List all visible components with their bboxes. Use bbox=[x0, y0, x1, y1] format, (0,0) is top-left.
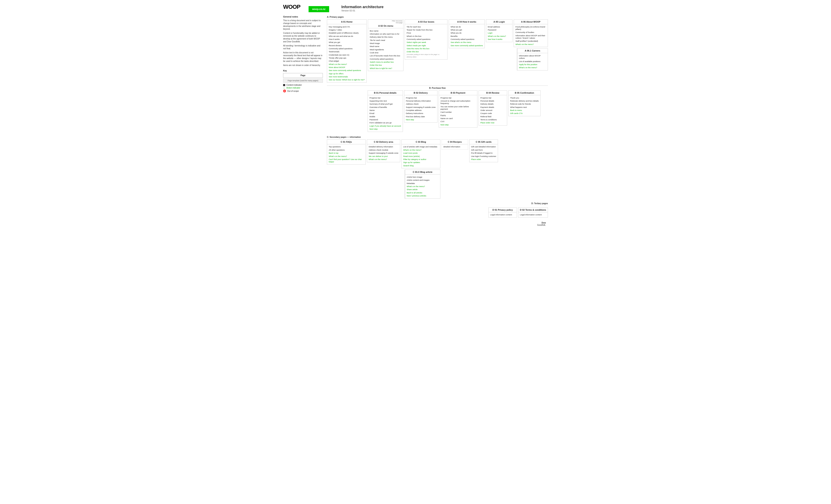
list-item: Meal image bbox=[370, 42, 402, 45]
list-item: What we do bbox=[451, 25, 483, 28]
page-card-c02-body: Detailed delivery information Address ch… bbox=[367, 144, 400, 162]
list-item: Chat widget bbox=[329, 60, 365, 63]
woop-url-button[interactable]: woop.co.nz bbox=[309, 6, 329, 12]
list-item: Supporting intro text bbox=[370, 99, 401, 102]
list-item: Community of foodies bbox=[516, 31, 546, 34]
list-item: Imagery / video bbox=[329, 28, 365, 31]
secondary-pages-area: C: Secondary pages — information C 01 FA… bbox=[327, 136, 548, 199]
list-item: Tile for each box bbox=[406, 25, 446, 28]
list-item: Back to menu bbox=[510, 109, 539, 112]
page-card-b02-header: B 02 Delivery bbox=[404, 91, 437, 95]
page-card-a06-body: Food philosophy (re-enforce brand pillar… bbox=[514, 24, 548, 47]
list-item: Establish point of difference clearly bbox=[329, 32, 365, 35]
list-item: Password bbox=[370, 118, 401, 121]
page-card-a05: A 05 Login Email address Password Login … bbox=[486, 19, 512, 42]
list-item: All other questions bbox=[329, 148, 364, 151]
list-item: See what's on the menu bbox=[451, 41, 483, 44]
page-card-c03x-body: Article hero image Article content and i… bbox=[405, 174, 440, 198]
list-item: Expiry bbox=[440, 114, 476, 117]
list-item: Support messaging if outside zone bbox=[369, 152, 398, 155]
page-card-d01: D 01 Privacy policy Legal information co… bbox=[488, 207, 517, 217]
list-item: List of available positions bbox=[519, 60, 546, 63]
list-item: Delivery details bbox=[481, 102, 505, 106]
list-item: Apply for this position bbox=[519, 63, 546, 66]
page-card-c05: C 05 Gift cards Gift card detailed infor… bbox=[469, 140, 498, 162]
list-item: Which box is right for me? bbox=[370, 67, 402, 70]
page-version: Version 02-01 bbox=[341, 9, 383, 12]
page-card-a02-header: A 02 On menu bbox=[368, 24, 403, 28]
list-item: Order this box bbox=[370, 64, 402, 67]
page-card-a061-header: A 06.1 Careers bbox=[517, 49, 548, 53]
list-item: Teaser for meals from this box bbox=[406, 28, 446, 31]
page-card-c03x-header: C 03.X Blog article bbox=[405, 170, 440, 174]
list-item: Use login if existing customer bbox=[471, 155, 496, 158]
list-item: Amount to charge and subscription freque… bbox=[440, 99, 476, 105]
page-card-c03-header: C 03 Blog bbox=[402, 140, 440, 144]
list-item: Search blog bbox=[403, 164, 438, 167]
list-item: Box name bbox=[370, 29, 402, 32]
list-item: What's on the menu? bbox=[369, 158, 398, 161]
page-card-c01: C 01 FAQs Top questions All other questi… bbox=[327, 140, 366, 165]
page-card-b04-header: B 04 Review bbox=[479, 91, 507, 95]
page-card-a01-header: A 01 Home bbox=[327, 20, 366, 24]
list-item: Form validation as you go bbox=[370, 121, 401, 124]
list-item: Address check module bbox=[369, 148, 398, 151]
list-item: Testimonials bbox=[329, 50, 365, 53]
list-item: Place order now bbox=[481, 121, 505, 124]
list-item: Gift card form bbox=[471, 148, 496, 151]
list-item: Commonly asked questions bbox=[329, 47, 365, 50]
page-card-b02-body: Progress bar Personal delivery informati… bbox=[404, 95, 437, 122]
list-item: Referral field bbox=[481, 115, 505, 118]
list-item: Legal information content bbox=[520, 213, 546, 216]
page-card-c01-header: C 01 FAQs bbox=[327, 140, 365, 144]
section-a-label: A: Primary pages bbox=[327, 16, 548, 18]
page-card-d02-header: D 02 Terms & conditions bbox=[518, 208, 548, 212]
list-item: What's in the box bbox=[406, 35, 446, 38]
list-item: What you do bbox=[451, 32, 483, 35]
list-item: Order amount bbox=[481, 109, 505, 112]
list-item: Delivery instructions bbox=[406, 112, 436, 115]
list-item: detailed information bbox=[443, 145, 466, 148]
list-item: Cook time bbox=[370, 51, 402, 54]
list-item: Sign up for updates bbox=[403, 161, 438, 164]
list-item: Meal name bbox=[370, 45, 402, 48]
page-card-b03-header: B 03 Payment bbox=[439, 91, 477, 95]
page-card-c05-header: C 05 Gift cards bbox=[469, 140, 498, 144]
out-of-scope-icon: R bbox=[283, 90, 286, 92]
list-item: Who we are and what we do bbox=[329, 35, 365, 38]
list-item: See how it works bbox=[488, 38, 511, 41]
page-card-a01-body: Key messaging and CTA Imagery / video Es… bbox=[327, 24, 366, 83]
list-item: Metadata bbox=[407, 182, 438, 185]
page-card-c03x: C 03.X Blog article Article hero image A… bbox=[405, 170, 440, 199]
list-item: Filter by category or author bbox=[403, 158, 438, 161]
list-item: Staff profiles? (undecided) bbox=[516, 40, 546, 43]
note-3: All wording / terminology is indicative … bbox=[283, 45, 323, 50]
list-item: What happens next bbox=[510, 106, 539, 109]
list-item: Progress bar bbox=[406, 96, 436, 99]
list-item: We can deliver to you! bbox=[369, 155, 398, 158]
page-card-b01-header: B 01 Personal details bbox=[368, 91, 403, 95]
list-item: Price bbox=[406, 32, 446, 35]
page-card-a04-header: A 04 How it works bbox=[449, 20, 484, 24]
footer-line2: Goodfolk. bbox=[283, 224, 546, 226]
page-card-a05-body: Email address Password Login What's on t… bbox=[486, 24, 512, 42]
list-item: What's on the menu? bbox=[516, 43, 546, 46]
list-item: What's on the menu? bbox=[488, 35, 511, 38]
list-item: Can't find your question? Use our chat h… bbox=[329, 158, 364, 164]
page-card-a06: A 06 About WOOP Food philosophy (re-enfo… bbox=[514, 19, 548, 47]
key-template: Page template (used for many pages) bbox=[283, 79, 323, 83]
page-card-c04: C 04 Recipes detailed information bbox=[441, 140, 468, 150]
list-item: First box delivery date bbox=[406, 115, 436, 118]
list-item: Personal delivery information bbox=[406, 99, 436, 102]
page-card-a04: A 04 How it works What we do What you ge… bbox=[449, 19, 485, 48]
list-item: Login bbox=[488, 32, 511, 35]
section-c-label: C: Secondary pages — information bbox=[327, 136, 548, 138]
list-item: How it works bbox=[329, 38, 365, 41]
page-card-a06-header: A 06 About WOOP bbox=[514, 20, 548, 24]
page-card-a03-header: A 03 Our boxes bbox=[405, 20, 447, 24]
page-card-d02-body: Legal information content bbox=[518, 212, 548, 217]
purchase-flow-label: B: Purchase flow bbox=[327, 86, 548, 89]
note-4: Action text in this document is not nece… bbox=[283, 51, 323, 63]
list-item: Next / previous articles bbox=[407, 194, 438, 197]
list-item: Email address bbox=[488, 25, 511, 28]
